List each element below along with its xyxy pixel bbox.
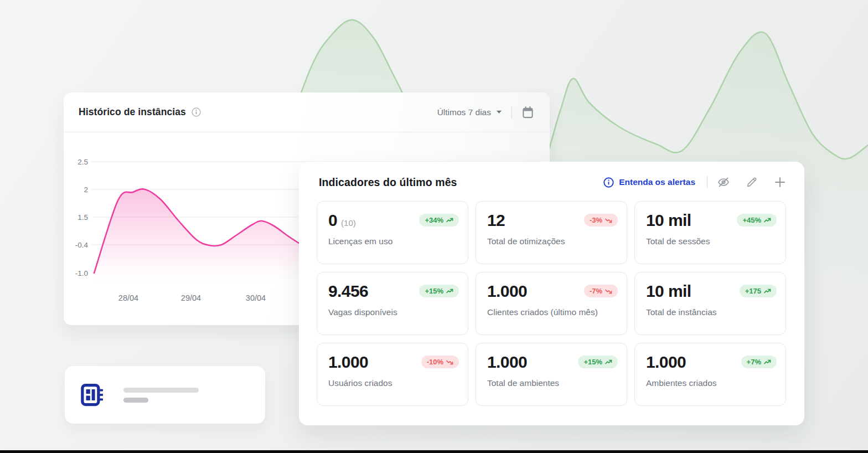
trend-badge: -10% (421, 356, 459, 368)
metric-value: 12 (487, 211, 505, 229)
trend-badge: -3% (584, 214, 618, 226)
widget-card[interactable] (65, 366, 265, 424)
metric-label: Total de instâncias (646, 307, 777, 317)
skeleton-placeholder (123, 388, 199, 403)
metric-card: 1.000 +15% Total de ambientes (476, 343, 627, 406)
trend-down-icon (605, 288, 612, 295)
trend-badge: +15% (578, 356, 618, 368)
metric-value: 0 (328, 211, 337, 229)
trend-up-icon (764, 359, 771, 366)
metric-card: 10 mil +45% Total de sessões (634, 201, 786, 264)
metric-card: 9.456 +15% Vagas disponíveis (317, 272, 468, 335)
metric-card: 1.000 -10% Usuários criados (317, 343, 468, 406)
metric-value: 1.000 (328, 353, 368, 371)
history-card-title: Histórico de instâncias (79, 106, 186, 118)
svg-text:-0.4: -0.4 (75, 241, 89, 249)
eye-off-icon (717, 176, 730, 189)
add-indicator-button[interactable] (772, 174, 788, 190)
metric-label: Usuários criados (328, 378, 459, 388)
trend-up-icon (605, 359, 612, 366)
trend-badge-label: +7% (747, 358, 761, 366)
plus-icon (773, 176, 787, 189)
metric-card: 1.000 -7% Clientes criados (último mês) (476, 272, 627, 335)
alerts-link[interactable]: Entenda os alertas (600, 177, 699, 188)
metric-label: Total de ambientes (487, 378, 618, 388)
trend-badge-label: -3% (590, 217, 602, 224)
trend-badge: +34% (419, 214, 459, 226)
svg-text:2.5: 2.5 (78, 158, 88, 166)
divider (707, 176, 707, 188)
trend-badge-label: +34% (425, 217, 443, 224)
svg-text:-1.0: -1.0 (75, 269, 88, 277)
svg-text:30/04: 30/04 (246, 294, 266, 302)
trend-up-icon (764, 288, 771, 295)
metric-card: 12 -3% Total de otimizações (476, 201, 627, 264)
metric-grid: 0(10) +34% Licenças em uso 12 -3% Total … (317, 201, 786, 406)
indicators-card-title: Indicadores do último mês (319, 176, 457, 189)
trend-badge-label: -10% (427, 358, 443, 366)
metric-card: 10 mil +175 Total de instâncias (634, 272, 786, 335)
trend-up-icon (446, 288, 453, 295)
metric-value: 1.000 (646, 353, 686, 371)
trend-badge-label: +45% (742, 217, 761, 224)
trend-up-icon (764, 217, 771, 224)
info-icon (603, 177, 614, 188)
trend-badge: +15% (419, 285, 459, 297)
metric-label: Total de sessões (646, 236, 777, 246)
date-range-selector[interactable]: Últimos 7 dias (436, 105, 503, 120)
info-icon[interactable] (192, 107, 201, 117)
hide-indicators-button[interactable] (716, 174, 731, 190)
trend-badge-label: +15% (425, 287, 443, 295)
metric-secondary-value: (10) (341, 218, 356, 228)
bottom-bar (0, 450, 868, 453)
trend-badge: +45% (737, 214, 777, 226)
svg-text:2: 2 (84, 186, 88, 194)
trend-badge: +7% (741, 356, 777, 368)
skeleton-bar (123, 398, 148, 403)
metric-card: 0(10) +34% Licenças em uso (317, 201, 468, 264)
indicators-card: Indicadores do último mês Entenda os ale… (299, 162, 804, 425)
metric-label: Licenças em uso (328, 236, 459, 246)
metric-value: 10 mil (646, 282, 691, 300)
divider (512, 106, 512, 119)
svg-text:29/04: 29/04 (181, 294, 201, 302)
svg-text:1.5: 1.5 (78, 213, 88, 222)
metric-value: 9.456 (328, 282, 368, 300)
metric-label: Clientes criados (último mês) (487, 307, 618, 317)
svg-text:28/04: 28/04 (118, 294, 138, 302)
calendar-icon (521, 106, 534, 119)
trend-badge: +175 (740, 285, 777, 297)
indicators-card-header: Indicadores do último mês Entenda os ale… (299, 162, 804, 194)
trend-down-icon (446, 359, 453, 366)
metric-value: 1.000 (487, 353, 527, 371)
trend-down-icon (605, 217, 612, 224)
metric-label: Total de otimizações (487, 236, 618, 246)
metric-value: 1.000 (487, 282, 527, 300)
metric-value: 10 mil (646, 211, 691, 229)
alerts-link-label: Entenda os alertas (619, 177, 695, 187)
trend-badge: -7% (584, 285, 618, 297)
metric-label: Vagas disponíveis (328, 307, 459, 317)
edit-indicators-button[interactable] (745, 175, 759, 189)
skeleton-bar (123, 388, 199, 393)
dashboard: Histórico de instâncias Últimos 7 dias (0, 0, 868, 453)
widget-grid-icon (80, 383, 104, 407)
metric-card: 1.000 +7% Ambientes criados (634, 343, 786, 406)
metric-label: Ambientes criados (646, 378, 777, 388)
chevron-down-icon (496, 110, 502, 114)
pencil-icon (746, 176, 758, 188)
trend-badge-label: +175 (745, 287, 761, 295)
date-range-label: Últimos 7 dias (437, 107, 491, 117)
trend-up-icon (446, 217, 453, 224)
trend-badge-label: -7% (590, 287, 602, 295)
trend-badge-label: +15% (583, 358, 602, 366)
history-card-header: Histórico de instâncias Últimos 7 dias (64, 92, 550, 132)
calendar-button[interactable] (520, 105, 535, 120)
